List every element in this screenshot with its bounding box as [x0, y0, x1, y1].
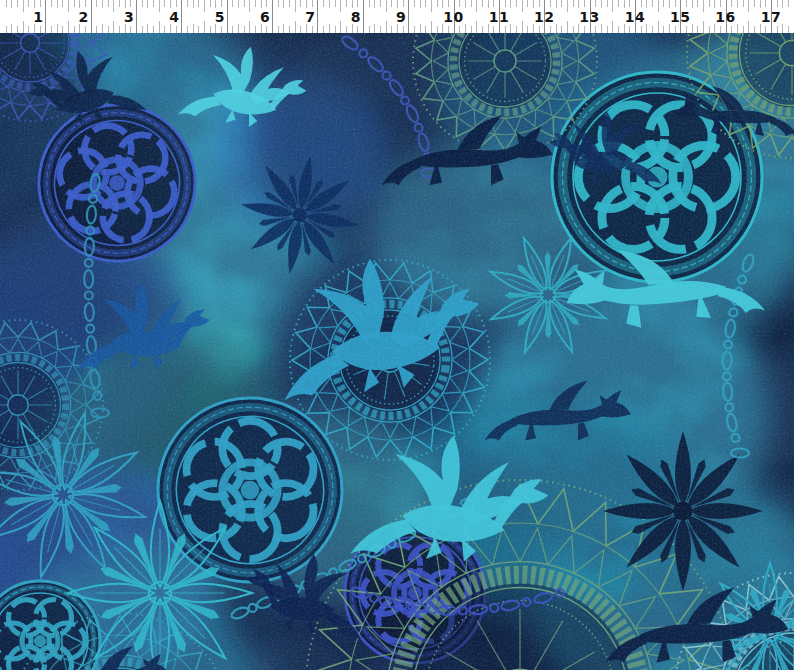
ruler-tick	[170, 24, 171, 33]
ruler-tick	[102, 0, 103, 8]
ruler-number: 11	[489, 9, 509, 23]
ruler-number: 7	[305, 9, 315, 23]
ruler-tick	[561, 0, 562, 7]
ruler-tick	[357, 26, 358, 33]
ruler-tick	[595, 0, 596, 7]
ruler-tick	[510, 24, 511, 33]
ruler-tick	[295, 0, 296, 12]
ruler-tick	[244, 0, 245, 7]
ruler-tick	[448, 26, 449, 33]
ruler-tick	[652, 26, 653, 33]
ruler-tick	[108, 26, 109, 33]
ruler-tick	[96, 0, 97, 7]
ruler-tick	[488, 0, 489, 8]
ruler-tick	[215, 0, 216, 8]
ruler-number: 1	[33, 9, 43, 23]
ruler-tick	[788, 26, 789, 33]
ruler-tick	[471, 26, 472, 33]
ruler-tick	[391, 0, 392, 7]
ruler-tick	[731, 26, 732, 33]
ruler-number: 12	[534, 9, 554, 23]
ruler-tick	[714, 24, 715, 33]
ruler-tick	[516, 26, 517, 33]
ruler-tick	[431, 0, 432, 12]
ruler-tick	[420, 24, 421, 33]
ruler-tick	[737, 0, 738, 8]
ruler-tick	[130, 26, 131, 33]
ruler-tick	[607, 0, 608, 7]
ruler-tick	[283, 24, 284, 33]
ruler-tick	[567, 0, 568, 12]
ruler-number: 15	[670, 9, 690, 23]
ruler-tick	[113, 0, 114, 12]
ruler-inch-line	[272, 0, 273, 33]
ruler-tick	[652, 0, 653, 7]
ruler-tick	[476, 21, 477, 33]
fabric-grain-texture	[0, 33, 794, 670]
ruler-tick	[641, 0, 642, 7]
ruler-tick	[204, 21, 205, 33]
ruler-number: 6	[260, 9, 270, 23]
ruler-tick	[522, 21, 523, 33]
ruler-tick	[697, 0, 698, 7]
ruler-tick	[57, 0, 58, 8]
ruler-number: 9	[396, 9, 406, 23]
ruler-tick	[23, 0, 24, 12]
ruler-tick	[113, 21, 114, 33]
ruler-tick	[420, 0, 421, 8]
ruler-tick	[210, 0, 211, 7]
ruler-tick	[556, 0, 557, 8]
ruler-tick	[692, 24, 693, 33]
ruler-tick	[380, 26, 381, 33]
ruler-tick	[476, 0, 477, 12]
fabric-listing-photo: 1234567891011121314151617	[0, 0, 794, 670]
ruler-tick	[17, 0, 18, 7]
ruler-tick	[300, 26, 301, 33]
ruler-inch-line	[91, 0, 92, 33]
ruler-tick	[198, 26, 199, 33]
ruler-tick	[465, 0, 466, 8]
ruler-tick	[612, 0, 613, 12]
ruler-tick	[624, 24, 625, 33]
ruler-tick	[459, 0, 460, 7]
ruler-tick	[125, 24, 126, 33]
ruler-tick	[703, 21, 704, 33]
ruler-tick	[34, 0, 35, 8]
ruler-tick	[465, 24, 466, 33]
ruler-tick	[193, 0, 194, 8]
ruler-tick	[335, 26, 336, 33]
ruler-tick	[573, 26, 574, 33]
ruler-tick	[584, 0, 585, 7]
ruler-tick	[238, 24, 239, 33]
ruler-number: 10	[443, 9, 463, 23]
ruler-tick	[130, 0, 131, 7]
ruler-tick	[34, 24, 35, 33]
ruler-tick	[289, 0, 290, 7]
ruler-tick	[533, 0, 534, 8]
ruler-tick	[578, 0, 579, 8]
ruler-tick	[482, 0, 483, 7]
ruler-tick	[85, 0, 86, 7]
ruler-tick	[561, 26, 562, 33]
ruler-number: 13	[579, 9, 599, 23]
ruler-tick	[142, 26, 143, 33]
ruler-tick	[386, 0, 387, 12]
ruler-number: 3	[124, 9, 134, 23]
ruler-tick	[255, 0, 256, 7]
ruler-tick	[40, 26, 41, 33]
ruler-tick	[539, 0, 540, 7]
ruler-tick	[210, 26, 211, 33]
ruler-tick	[516, 0, 517, 7]
ruler-tick	[352, 24, 353, 33]
ruler-tick	[244, 26, 245, 33]
ruler-tick	[74, 0, 75, 7]
ruler-tick	[278, 0, 279, 7]
ruler-tick	[601, 0, 602, 8]
ruler-tick	[573, 0, 574, 7]
ruler-tick	[198, 0, 199, 7]
ruler-tick	[255, 26, 256, 33]
ruler-tick	[692, 0, 693, 8]
inch-ruler: 1234567891011121314151617	[0, 0, 794, 33]
ruler-tick	[187, 0, 188, 7]
ruler-tick	[760, 24, 761, 33]
